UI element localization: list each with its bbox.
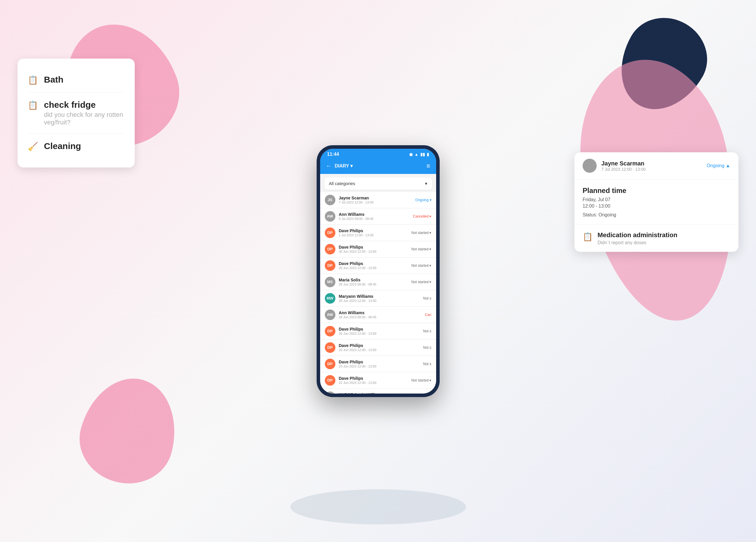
avatar: DP (325, 260, 335, 271)
decorative-shape-pink-bottom-left (70, 368, 188, 494)
list-item[interactable]: DP Dave Philips 23 Jun 2023 12:00 - 13:0… (320, 356, 436, 372)
avatar: DP (325, 342, 335, 353)
list-item[interactable]: 🧹 Cleaning (28, 134, 124, 159)
medication-section: 📋 Medication administration Didn`t repor… (574, 225, 738, 252)
avatar: AW (325, 211, 335, 222)
item-time: 28 Jun 2023 08:00 - 08:45 (339, 315, 425, 319)
list-item[interactable]: MW Maryann Williams 28 Jun 2023 12:00 - … (320, 290, 436, 306)
list-item[interactable]: DP Dave Philips 1 Jul 2023 12:00 - 13:00… (320, 225, 436, 241)
item-status: Not started ▾ (411, 378, 431, 382)
avatar: DP (325, 375, 335, 386)
avatar: MW (325, 293, 335, 304)
detail-body: Planned time Friday, Jul 07 12:00 - 13:0… (574, 180, 738, 225)
item-name: Dave Philips (339, 376, 412, 381)
detail-header: Jayne Scarman 7 Jul 2023 12:00 - 13:00 O… (574, 152, 738, 180)
item-text: Bath (44, 75, 64, 85)
chevron-down-icon: ▾ (425, 181, 427, 186)
list-item[interactable]: 📋 Bath (28, 67, 124, 93)
filter-dropdown[interactable]: All categories ▾ (324, 178, 432, 190)
list-item[interactable]: DP Dave Philips 26 Jun 2023 12:00 - 13:0… (320, 323, 436, 339)
item-status: Ongoing ▾ (415, 198, 431, 202)
item-name: Dave Philips (339, 343, 423, 348)
item-name: Dave Philips (339, 229, 412, 233)
item-time: 7 Jul 2023 12:00 - 13:00 (339, 201, 415, 204)
item-info: NURSE Annie Williams 21 Jun 2023 20:00 -… (339, 392, 412, 393)
list-item[interactable]: 📋 check fridge did you check for any rot… (28, 93, 124, 134)
filter-label: All categories (329, 181, 355, 186)
item-info: Dave Philips 29 Jun 2023 12:00 - 13:00 (339, 261, 412, 270)
item-subtitle: did you check for any rotten veg/fruit? (44, 111, 124, 126)
broom-icon: 🧹 (28, 142, 38, 151)
list-item[interactable]: DP Dave Philips 30 Jun 2023 12:00 - 13:0… (320, 241, 436, 258)
avatar: DP (325, 228, 335, 238)
item-status: Not s (423, 362, 431, 366)
item-info: Ann Williams 28 Jun 2023 08:00 - 08:45 (339, 310, 425, 319)
item-name: Ann Williams (339, 212, 413, 217)
item-name: Dave Philips (339, 245, 412, 250)
diary-label[interactable]: DIARY ▾ (335, 163, 353, 169)
location-icon: ◉ (409, 152, 413, 157)
status-bar: 11:44 ◉ ▲ ▮▮ ▮ (320, 149, 436, 159)
detail-time: 7 Jul 2023 12:00 - 13:00 (601, 167, 707, 172)
item-info: Dave Philips 1 Jul 2023 12:00 - 13:00 (339, 229, 412, 237)
phone-mockup: 11:44 ◉ ▲ ▮▮ ▮ ← DIARY ▾ ≡ (317, 145, 440, 397)
chevron-down-icon: ▾ (350, 163, 353, 169)
item-status: Not started ▾ (411, 264, 431, 268)
item-time: 1 Jul 2023 12:00 - 13:00 (339, 234, 412, 237)
item-status: Not s (423, 329, 431, 333)
item-time: 24 Jun 2023 12:00 - 13:00 (339, 348, 423, 352)
item-name: Dave Philips (339, 327, 423, 331)
avatar: JS (325, 195, 335, 205)
planned-time-day: Friday, Jul 07 (583, 197, 730, 202)
item-time: 23 Jun 2023 12:00 - 13:00 (339, 364, 423, 368)
item-info: Dave Philips 26 Jun 2023 12:00 - 13:00 (339, 327, 423, 335)
item-time: 29 Jun 2023 12:00 - 13:00 (339, 266, 412, 270)
list-item[interactable]: DP Dave Philips 29 Jun 2023 12:00 - 13:0… (320, 258, 436, 274)
list-item[interactable]: AW Ann Williams 28 Jun 2023 08:00 - 08:4… (320, 307, 436, 323)
back-button[interactable]: ← (326, 163, 332, 169)
item-status: Cancelled ▾ (413, 214, 431, 219)
detail-name: Jayne Scarman (601, 160, 707, 167)
item-status: Not s (423, 296, 431, 300)
medication-title: Medication administration (598, 231, 678, 239)
item-info: Ann Williams 5 Jul 2023 09:00 - 08:45 (339, 212, 413, 221)
item-time: 22 Jun 2023 12:00 - 13:00 (339, 381, 412, 384)
header-left: ← DIARY ▾ (326, 163, 353, 169)
diary-text: DIARY (335, 163, 349, 169)
item-info: Maryann Williams 28 Jun 2023 12:00 - 13:… (339, 294, 423, 302)
chevron-up-icon: ▲ (726, 163, 730, 168)
planned-time-title: Planned time (583, 187, 730, 195)
status-time: 11:44 (327, 152, 339, 157)
list-item[interactable]: DP Dave Philips 24 Jun 2023 12:00 - 13:0… (320, 340, 436, 356)
item-name: Maria Solis (339, 277, 412, 282)
item-info: Jayne Scarman 7 Jul 2023 12:00 - 13:00 (339, 196, 415, 204)
planned-time-hours: 12:00 - 13:00 (583, 204, 730, 209)
list-item[interactable]: DP Dave Philips 22 Jun 2023 12:00 - 13:0… (320, 372, 436, 388)
item-name: Ann Williams (339, 310, 425, 315)
detail-header-info: Jayne Scarman 7 Jul 2023 12:00 - 13:00 (601, 160, 707, 172)
item-name: Maryann Williams (339, 294, 423, 299)
medication-info: Medication administration Didn`t report … (598, 231, 678, 246)
item-info: Dave Philips 24 Jun 2023 12:00 - 13:00 (339, 343, 423, 352)
status-label: Ongoing (707, 163, 725, 168)
app-header: ← DIARY ▾ ≡ (320, 159, 436, 174)
list-item[interactable]: JS Jayne Scarman 7 Jul 2023 12:00 - 13:0… (320, 192, 436, 208)
avatar (583, 159, 597, 173)
medication-subtitle: Didn`t report any doses (598, 240, 678, 246)
list-item[interactable]: MS Maria Solis 29 Jun 2023 08:00 - 08:45… (320, 274, 436, 290)
item-label: Bath (44, 75, 64, 85)
menu-icon[interactable]: ≡ (426, 162, 430, 170)
list-item[interactable]: AW Ann Williams 5 Jul 2023 09:00 - 08:45… (320, 209, 436, 225)
item-status: Not started ▾ (411, 247, 431, 251)
item-status: Can (425, 313, 431, 317)
item-time: 29 Jun 2023 08:00 - 08:45 (339, 282, 412, 286)
avatar: MS (325, 277, 335, 287)
clipboard-icon: 📋 (28, 100, 38, 110)
avatar: AW (325, 309, 335, 320)
signal-icon: ▮▮ (420, 152, 425, 157)
item-info: Dave Philips 30 Jun 2023 12:00 - 13:00 (339, 245, 412, 253)
list-item[interactable]: NA NURSE Annie Williams 21 Jun 2023 20:0… (320, 389, 436, 393)
item-text: check fridge did you check for any rotte… (44, 100, 124, 126)
item-time: 26 Jun 2023 12:00 - 13:00 (339, 332, 423, 335)
item-text: Cleaning (44, 141, 81, 151)
